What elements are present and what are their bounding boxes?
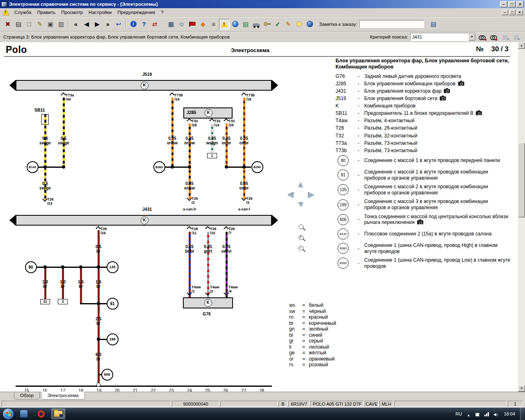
legend-code: J285 — [336, 81, 356, 87]
component-label: G76 — [203, 311, 211, 316]
zoom-out-button[interactable]: − — [296, 243, 306, 254]
legend-code: 199 — [338, 199, 349, 210]
price-tag-button[interactable]: ◆ — [198, 19, 208, 30]
minimize-button[interactable]: – — [500, 1, 507, 7]
document-green-button[interactable]: ▤ — [240, 19, 251, 30]
color-row: ws=белый — [289, 302, 336, 308]
taskbar-elsa-button[interactable] — [51, 409, 65, 419]
customers-button[interactable]: ☺ — [176, 19, 187, 30]
camera-icon[interactable] — [444, 89, 450, 93]
network-icon[interactable] — [483, 411, 490, 417]
legend-item-606: 606-Точка соединения с массой под центра… — [336, 214, 511, 226]
menu-view[interactable]: Просмотр — [58, 9, 86, 16]
connector-icon — [61, 92, 66, 98]
find-next-button[interactable]: ▶ — [488, 32, 499, 41]
print-button[interactable]: ▤ — [13, 19, 24, 30]
action-center-icon[interactable] — [474, 411, 481, 417]
service-key-button[interactable] — [262, 19, 272, 30]
menu-service[interactable]: Служба — [11, 9, 34, 16]
print-icon: ▤ — [16, 21, 21, 27]
zoom-in-button[interactable]: + — [296, 233, 306, 243]
volume-icon[interactable]: ) — [492, 411, 499, 417]
go-back-button[interactable]: ↩ — [113, 19, 124, 30]
start-button[interactable] — [3, 409, 14, 419]
taskbar-opera-button[interactable] — [34, 409, 48, 419]
grid-number: 15 — [22, 388, 32, 392]
window-title: Электронная справочная система по сервис… — [9, 2, 499, 7]
internet-button[interactable] — [230, 19, 240, 30]
copy-document-button[interactable]: ▣ — [45, 19, 56, 30]
scrollbar-thumb[interactable] — [518, 143, 525, 217]
vehicle-button[interactable] — [251, 19, 262, 30]
previous-diagram-button[interactable]: ▤ ◀ — [500, 32, 510, 41]
hint-button[interactable] — [294, 19, 304, 30]
connection-node-B390: B390 — [251, 161, 263, 173]
exit-button[interactable]: ✖ — [2, 19, 13, 30]
language-indicator[interactable]: RU — [456, 411, 462, 416]
legend-description: Соединение 1 (шина CAN-привод, провод Lo… — [364, 257, 511, 269]
taskbar-app-button[interactable] — [17, 409, 31, 419]
clock[interactable]: 18:04 — [504, 411, 515, 416]
zoom-reset-button[interactable] — [296, 222, 306, 233]
bus-J519 — [16, 80, 272, 91]
menu-edit[interactable]: Править — [34, 9, 58, 16]
camera-icon[interactable] — [476, 111, 482, 115]
connector-label: T4aw/4 — [228, 285, 238, 293]
scroll-up-icon[interactable]: ▲ — [518, 42, 525, 49]
close-button[interactable]: × — [516, 1, 524, 7]
checklist-button[interactable]: ✓ — [272, 19, 283, 30]
notes-button[interactable]: ✎ — [283, 19, 294, 30]
manuals-button[interactable] — [187, 19, 198, 30]
wire-size-label: 1.5br — [68, 280, 94, 289]
camera-icon[interactable] — [417, 220, 423, 224]
internet-icon — [232, 21, 238, 27]
previous-page-button[interactable]: ◀ — [81, 19, 92, 30]
wire — [189, 167, 191, 199]
legend-item-199: 199-Соединение с массой 3 в жгуте провод… — [336, 199, 511, 210]
next-diagram-button[interactable]: ▤ ▶ — [511, 32, 522, 41]
mdi-minimize-button[interactable]: – — [502, 10, 508, 15]
tab-schematic[interactable]: Электросхема — [41, 392, 84, 399]
print-preview-button[interactable]: ▥ — [56, 19, 66, 30]
go-back-icon: ↩ — [116, 21, 121, 27]
info-button[interactable]: i — [128, 19, 139, 30]
warnings-button[interactable]: ! — [219, 19, 230, 30]
order-note-input[interactable] — [359, 20, 424, 28]
parts-button[interactable]: ▦ — [166, 19, 176, 30]
show-desktop-button[interactable] — [520, 408, 524, 420]
bus-J431 — [16, 215, 272, 226]
mdi-close-button[interactable]: × — [516, 10, 523, 15]
mdi-restore-button[interactable]: □ — [509, 10, 516, 15]
pan-up-button[interactable]: ▲ — [296, 180, 306, 190]
last-page-button[interactable]: » — [103, 19, 113, 30]
list-button[interactable]: ≡ — [208, 19, 219, 30]
vertical-scrollbar[interactable]: ▲ ▼ — [518, 42, 525, 392]
tab-overview[interactable]: Обзор — [14, 392, 40, 399]
new-document-button[interactable]: □ — [24, 19, 34, 30]
help-button[interactable]: ? — [139, 19, 149, 30]
camera-icon[interactable] — [440, 96, 446, 100]
scroll-down-icon[interactable]: ▼ — [518, 385, 525, 392]
exchange-button[interactable]: ⇄ — [149, 19, 160, 30]
next-page-button[interactable]: ▶ — [92, 19, 103, 30]
edit-document-button[interactable]: ✎ — [34, 19, 45, 30]
status-field: 1 — [508, 401, 523, 407]
show-hidden-icons[interactable]: ▲ — [465, 411, 472, 417]
chevron-down-icon[interactable]: ▼ — [468, 33, 475, 41]
find-previous-button[interactable]: ◀ — [477, 32, 487, 41]
menu-help[interactable]: ? — [158, 9, 166, 16]
menu-settings[interactable]: Настройки — [86, 9, 114, 16]
pan-down-button[interactable]: ▼ — [296, 200, 306, 210]
menu-warnings[interactable]: Предупреждения — [114, 9, 158, 16]
arrow-left-icon: ◀ — [484, 38, 486, 41]
maximize-button[interactable]: □ — [508, 1, 516, 7]
new-document-icon: □ — [27, 21, 31, 27]
first-page-button[interactable]: « — [71, 19, 81, 30]
network-button[interactable] — [304, 19, 315, 30]
pan-left-button[interactable]: ◀ — [286, 190, 296, 200]
order-note-button[interactable]: ▤ — [428, 19, 439, 30]
camera-icon[interactable] — [458, 82, 464, 86]
search-criteria-combobox[interactable]: J431 ▼ — [410, 33, 476, 41]
connector-icon — [96, 226, 101, 231]
pan-right-button[interactable]: ▶ — [306, 190, 316, 200]
